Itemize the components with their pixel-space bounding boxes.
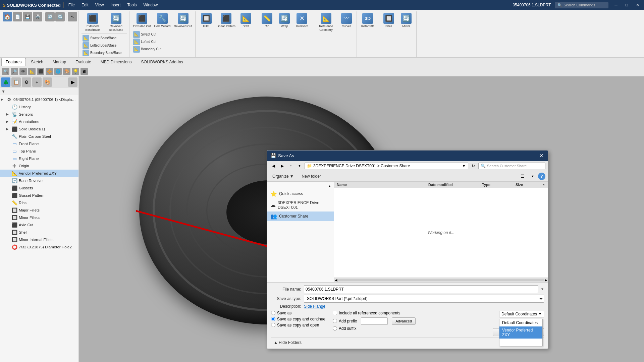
tree-item-minor-fillets[interactable]: 🔲 Minor Fillets: [0, 214, 78, 221]
tab-sketch[interactable]: Sketch: [26, 58, 48, 66]
view-icon-5[interactable]: ⬛: [37, 68, 44, 75]
shell-btn[interactable]: 🔲 Shell: [381, 12, 397, 29]
tab-solidworks-addins[interactable]: SOLIDWORKS Add-Ins: [137, 58, 187, 66]
tree-item-gusset-pattern[interactable]: ⬛ Gusset Pattern: [0, 192, 78, 199]
dialog-close-btn[interactable]: ✕: [538, 153, 545, 159]
tab-mbd-dimensions[interactable]: MBD Dimensions: [96, 58, 136, 66]
scroll-right-btn[interactable]: ▶: [545, 278, 547, 282]
curves-btn[interactable]: 〰 Curves: [338, 12, 355, 33]
tree-item-shell[interactable]: 🔲 Shell: [0, 229, 78, 236]
menu-tools[interactable]: Tools: [125, 3, 139, 7]
tab-evaluate[interactable]: Evaluate: [71, 58, 96, 66]
view-icon-10[interactable]: 🖥: [80, 68, 88, 75]
expand-panel-icon[interactable]: ▶: [68, 77, 77, 87]
coords-option-empty[interactable]: [499, 339, 542, 346]
boundary-boss-base-btn[interactable]: 📐 Boundary Boss/Base: [82, 49, 127, 57]
swept-boss-base-btn[interactable]: 📐 Swept Boss/Base: [82, 35, 127, 42]
swept-cut-btn[interactable]: 📐 Swept Cut: [132, 31, 193, 38]
save-type-select[interactable]: SOLIDWORKS Part (*.prt;*.sldprt): [304, 295, 544, 303]
coords-option-vendor[interactable]: Vendor Preferred ZXY: [499, 326, 542, 339]
refresh-btn[interactable]: ↻: [470, 162, 477, 170]
dialog-sidebar-customer-share[interactable]: 👥 Customer Share: [267, 212, 334, 221]
organize-btn[interactable]: Organize ▼: [270, 173, 297, 180]
menu-insert[interactable]: Insert: [108, 3, 122, 7]
scroll-up-col-btn[interactable]: ▲: [542, 183, 545, 187]
tree-item-vendor-preferred[interactable]: 📐 Vendor Preferred ZXY: [0, 170, 78, 177]
tab-markup[interactable]: Markup: [48, 58, 70, 66]
tree-item-origin[interactable]: ✚ Origin: [0, 162, 78, 170]
home-btn[interactable]: 🏠: [3, 12, 12, 21]
dialog-sidebar-3dexperience[interactable]: ☁ 3DEXPERIENCE Drive DSEXT001: [267, 199, 334, 212]
wrap-btn[interactable]: 🔄 Wrap: [276, 12, 292, 29]
tree-item-history[interactable]: 🕐 History: [0, 103, 78, 111]
tree-item-right-plane[interactable]: ▭ Right Plane: [0, 155, 78, 162]
lofted-boss-base-btn[interactable]: 📐 Lofted Boss/Base: [82, 42, 127, 49]
mirror-btn[interactable]: 🔄 Mirror: [398, 12, 414, 29]
tree-item-axle-cut[interactable]: ⬛ Axle Cut: [0, 221, 78, 229]
property-manager-icon[interactable]: 📋: [11, 77, 21, 87]
scroll-left-btn[interactable]: ◀: [335, 278, 337, 282]
configuration-manager-icon[interactable]: ⚙: [22, 77, 31, 87]
minimize-btn[interactable]: ─: [612, 3, 620, 7]
dim-expert-icon[interactable]: +: [32, 77, 42, 87]
reference-geometry-btn[interactable]: 📐 Reference Geometry: [315, 12, 337, 33]
filename-input[interactable]: [304, 285, 538, 293]
rib-btn[interactable]: 📏 Rib: [259, 12, 275, 29]
view-icon-7[interactable]: 🌐: [54, 68, 62, 75]
view-icon-2[interactable]: 🔎: [11, 68, 18, 75]
view-icon-8[interactable]: 🎨: [63, 68, 70, 75]
view-icon-9[interactable]: 💡: [72, 68, 79, 75]
redo-btn[interactable]: ↪️: [55, 12, 65, 21]
prefix-input[interactable]: [361, 317, 388, 325]
draft-btn[interactable]: 📐 Draft: [238, 12, 254, 29]
horizontal-scrollbar[interactable]: ◀ ▶: [334, 278, 548, 282]
tree-item-base-revolve[interactable]: 🔄 Base Revolve: [0, 177, 78, 184]
close-btn[interactable]: ✕: [634, 3, 641, 7]
new-folder-btn[interactable]: New folder: [299, 173, 324, 180]
undo-btn[interactable]: ↩️: [45, 12, 55, 21]
tree-item-solid-bodies[interactable]: ▶ ⬛ Solid Bodies(1): [0, 125, 78, 133]
tree-item-ribs[interactable]: 📏 Ribs: [0, 199, 78, 206]
revolved-cut-btn[interactable]: 🔄 Revolved Cut: [173, 12, 193, 29]
tree-item-material[interactable]: 🔧 Plain Carbon Steel: [0, 133, 78, 140]
tree-item-major-fillets[interactable]: 🔲 Major Fillets: [0, 206, 78, 214]
new-btn[interactable]: 📄: [13, 12, 22, 21]
tree-item-annotations[interactable]: ▶ 📝 Annotations: [0, 118, 78, 125]
radio-save-as[interactable]: Save as: [271, 311, 325, 315]
view-icon-4[interactable]: 📐: [28, 68, 36, 75]
search-commands[interactable]: 🔍 Search Commands: [555, 2, 608, 8]
print-btn[interactable]: 🖨️: [33, 12, 42, 21]
view-toggle-arrow[interactable]: ▼: [530, 173, 535, 180]
intersect-btn[interactable]: ✕ Intersect: [294, 12, 310, 29]
menu-edit[interactable]: Edit: [79, 3, 91, 7]
advanced-btn[interactable]: Advanced: [392, 317, 416, 325]
extruded-boss-base-btn[interactable]: ⬛ Extruded Boss/Base: [82, 12, 104, 33]
tree-root[interactable]: ▶ ⚙ 05400706.1 (05400706.1) <Display Sta…: [0, 96, 78, 103]
menu-window[interactable]: Window: [142, 3, 160, 7]
radio-save-copy-open[interactable]: Save as copy and open: [271, 323, 325, 327]
recent-btn[interactable]: ▼: [296, 162, 303, 170]
hide-folders-btn[interactable]: ▲ Hide Folders: [271, 339, 304, 346]
up-btn[interactable]: ↑: [287, 162, 294, 170]
include-referenced-checkbox[interactable]: Include all referenced components: [333, 311, 416, 315]
tree-item-diameter-hole[interactable]: ⭕ 7/32 (0.21875) Diameter Hole2: [0, 243, 78, 251]
forward-btn[interactable]: ▶: [278, 162, 286, 170]
save-quick-btn[interactable]: 💾: [23, 12, 32, 21]
extruded-cut-btn[interactable]: ⬛ Extruded Cut: [132, 12, 152, 29]
breadcrumb-bar[interactable]: 📁 3DEXPERIENCE Drive DSEXT001 > Customer…: [305, 163, 468, 169]
linear-pattern-btn[interactable]: ⬛ Linear Pattern: [216, 12, 237, 29]
help-btn[interactable]: ?: [538, 173, 545, 180]
menu-file[interactable]: File: [66, 3, 77, 7]
select-btn[interactable]: ↖: [68, 12, 77, 21]
add-suffix-radio[interactable]: Add suffix: [333, 326, 356, 331]
menu-view[interactable]: View: [93, 3, 106, 7]
maximize-btn[interactable]: □: [624, 3, 630, 7]
view-icon-3[interactable]: 👁: [19, 68, 27, 75]
lofted-cut-btn[interactable]: 📐 Lofted Cut: [132, 38, 193, 46]
revolved-boss-base-btn[interactable]: 🔄 Revolved Boss/Base: [105, 12, 127, 33]
tab-features[interactable]: Features: [1, 58, 26, 66]
feature-tree-icon[interactable]: 🌲: [1, 77, 10, 87]
coordinates-select-btn[interactable]: Default Coordinates ▼: [499, 311, 544, 317]
view-icon-1[interactable]: 🔍: [2, 68, 9, 75]
scroll-up-btn[interactable]: ▲: [327, 184, 332, 188]
